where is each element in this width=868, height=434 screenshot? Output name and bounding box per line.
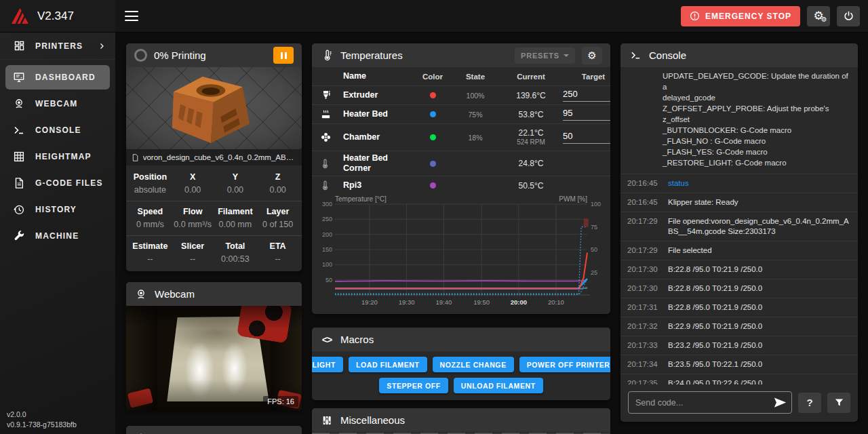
sensor-state: 75%	[452, 111, 499, 119]
macro-button-load-filament[interactable]: LOAD FILAMENT	[349, 357, 427, 372]
macro-button-light[interactable]: LIGHT	[312, 357, 343, 372]
gcode-icon	[12, 176, 26, 190]
console-input[interactable]	[628, 391, 792, 414]
sidebar-nav: DASHBOARDWEBCAMCONSOLEHEIGHTMAPG-CODE FI…	[0, 65, 115, 248]
print-stats-row: Estimate--Slicer--Total0:00:53ETA--	[126, 235, 302, 270]
klipper-version: v2.0.0	[7, 410, 77, 420]
stat-y: Y0.00	[214, 171, 257, 197]
sidebar-item-printers[interactable]: PRINTERS	[0, 33, 115, 60]
svg-text:200: 200	[322, 231, 332, 238]
emergency-stop-button[interactable]: EMERGENCY STOP	[681, 6, 800, 26]
console-entry: 20:17:30B:22.8 /95.0 T0:21.9 /250.0	[620, 260, 858, 279]
color-dot	[430, 161, 436, 167]
console-entry-message: B:24.0 /95.0 T0:22.6 /250.0	[668, 378, 851, 384]
printer-name: V2.347	[37, 9, 74, 23]
sidebar-item-dashboard[interactable]: DASHBOARD	[5, 65, 110, 90]
macros-header: <> Macros	[312, 328, 610, 351]
color-cell[interactable]	[414, 161, 452, 167]
target-select[interactable]: 250	[563, 89, 610, 102]
send-icon[interactable]	[774, 397, 787, 411]
column-left: 0% Printing	[126, 43, 302, 434]
sidebar-item-console[interactable]: CONSOLE	[5, 118, 110, 142]
interface-settings-button[interactable]: ⚙⚙	[807, 6, 830, 26]
console-entry-time: 20:17:33	[627, 340, 661, 351]
svg-text:20:00: 20:00	[511, 298, 527, 306]
pause-button[interactable]	[273, 47, 294, 64]
temperature-settings-button[interactable]: ⚙	[582, 47, 602, 64]
color-cell[interactable]	[414, 182, 452, 189]
thermometer-icon	[320, 180, 343, 191]
sidebar-item-label: G-CODE FILES	[35, 178, 103, 188]
print-stats-table: PositionabsoluteX0.00Y0.00Z0.00Speed0 mm…	[126, 165, 302, 271]
sidebar-item-machine[interactable]: MACHINE	[5, 224, 110, 248]
console-filter-button[interactable]	[827, 393, 850, 413]
console-entry-time: 20:17:30	[627, 283, 661, 294]
color-cell[interactable]	[414, 111, 452, 117]
print-status-title: 0% Printing	[154, 50, 267, 61]
fan-icon	[320, 132, 343, 143]
sensor-name: Heater Bed Corner	[343, 153, 414, 174]
terminal-icon	[629, 49, 642, 62]
console-entry: 20:17:33B:23.2 /95.0 T0:21.9 /250.0	[620, 336, 858, 355]
console-entry: 20:16:45status	[620, 174, 858, 193]
console-entry: 20:17:29File selected	[620, 241, 858, 260]
power-button[interactable]	[837, 6, 860, 26]
sensor-name: Chamber	[343, 132, 414, 142]
gears-icon: ⚙⚙	[813, 10, 823, 22]
sidebar-item-history[interactable]: HISTORY	[5, 197, 110, 222]
thermometer-icon	[320, 49, 334, 62]
sidebar-item-label: MACHINE	[35, 231, 79, 241]
heaterbed-icon	[320, 108, 343, 120]
console-panel: Console UPDATE_DELAYED_GCODE: Update the…	[620, 43, 858, 422]
column-right: Console UPDATE_DELAYED_GCODE: Update the…	[620, 43, 858, 422]
sidebar-item-label: DASHBOARD	[35, 73, 96, 82]
sensor-current: 53.8°C	[499, 110, 563, 119]
console-entry-command-link[interactable]: status	[668, 178, 851, 189]
console-entry-time: 20:17:32	[627, 321, 661, 332]
version-footer: v2.0.0 v0.9.1-738-g75183bfb	[7, 410, 77, 430]
target-select[interactable]: 50	[563, 131, 610, 144]
macro-button-power-off-printer[interactable]: POWER OFF PRINTER	[519, 357, 610, 372]
macros-body: LIGHTLOAD FILAMENTNOZZLE CHANGEPOWER OFF…	[312, 351, 610, 400]
macro-row: STEPPER OFFUNLOAD FILAMENT	[319, 378, 604, 393]
target-select[interactable]: 95	[563, 108, 610, 121]
svg-text:20:10: 20:10	[548, 298, 564, 306]
stat-layer: Layer0 of 150	[256, 205, 299, 231]
current-filename: voron_design_cube_v6_0.4n_0.2mm_ABS__54m…	[143, 153, 296, 161]
color-cell[interactable]	[414, 92, 452, 98]
hamburger-menu-icon[interactable]	[125, 11, 138, 21]
progress-ring-icon	[134, 49, 147, 62]
mainsail-version: v0.9.1-738-g75183bfb	[7, 420, 77, 430]
sidebar-item-heightmap[interactable]: HEIGHTMAP	[5, 144, 110, 169]
sidebar-item-g-code-files[interactable]: G-CODE FILES	[5, 171, 110, 195]
stat-x: X0.00	[172, 171, 214, 197]
print-status-header: 0% Printing	[126, 43, 302, 67]
color-dot	[430, 92, 436, 98]
webcam-icon	[134, 288, 148, 301]
console-log[interactable]: UPDATE_DELAYED_GCODE: Update the duratio…	[620, 67, 858, 384]
color-cell[interactable]	[414, 134, 452, 140]
chevron-down-icon	[564, 54, 569, 57]
sensor-name: Heater Bed	[343, 109, 414, 119]
console-icon	[12, 123, 26, 137]
webcam-icon	[12, 97, 26, 111]
macro-button-unload-filament[interactable]: UNLOAD FILAMENT	[454, 378, 543, 393]
temperatures-table: NameColorStateCurrentTargetExtruder100%1…	[312, 67, 610, 195]
console-entry: 20:16:45Klipper state: Ready	[620, 193, 858, 212]
fps-badge: FPS: 16	[263, 396, 298, 407]
console-entry: 20:17:32B:22.9 /95.0 T0:21.9 /250.0	[620, 317, 858, 336]
macro-button-nozzle-change[interactable]: NOZZLE CHANGE	[433, 357, 514, 372]
monitor-icon	[12, 71, 26, 84]
stat-z: Z0.00	[256, 171, 299, 197]
console-entry: 20:17:35B:24.0 /95.0 T0:22.6 /250.0	[620, 374, 858, 384]
current-file-bar: voron_design_cube_v6_0.4n_0.2mm_ABS__54m…	[126, 149, 302, 165]
macro-row: LIGHTLOAD FILAMENTNOZZLE CHANGEPOWER OFF…	[319, 357, 604, 372]
console-help-button[interactable]: ?	[798, 393, 821, 413]
macro-button-stepper-off[interactable]: STEPPER OFF	[379, 378, 448, 393]
heightmap-icon	[12, 150, 26, 163]
presets-dropdown[interactable]: PRESETS	[515, 47, 575, 64]
sidebar-item-label: HEIGHTMAP	[35, 152, 92, 161]
sidebar-item-webcam[interactable]: WEBCAM	[5, 92, 110, 116]
column-center: Temperatures PRESETS ⚙ NameColorStateCur…	[312, 43, 610, 434]
stat-eta: ETA--	[256, 240, 299, 266]
